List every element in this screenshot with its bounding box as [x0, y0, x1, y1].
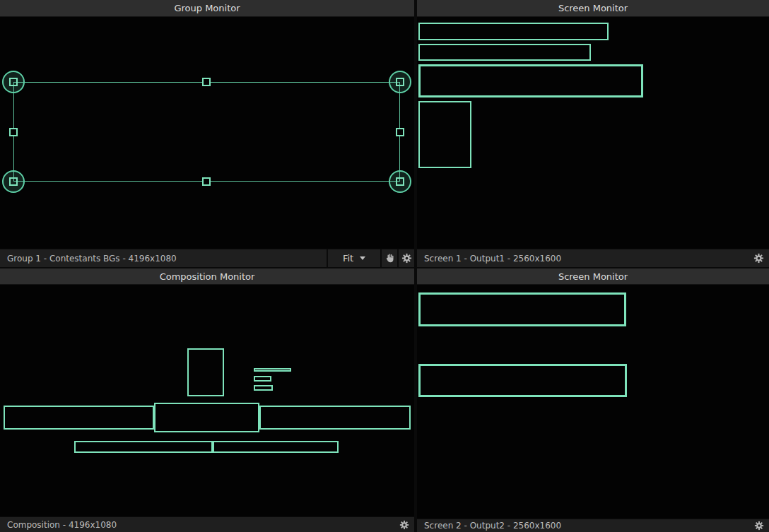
resize-handle-right[interactable]	[396, 128, 404, 136]
resize-handle-top-right[interactable]	[389, 71, 411, 93]
composition-region-bar-2[interactable]	[254, 376, 271, 382]
group-monitor-panel: Group Monitor Group 1 - Contestants BGs …	[0, 0, 414, 267]
composition-region-row-left[interactable]	[4, 406, 154, 430]
composition-monitor-statusbar: Composition - 4196x1080	[0, 516, 414, 532]
screen1-region-2[interactable]	[418, 44, 591, 61]
screen2-settings-button[interactable]	[749, 519, 769, 532]
screen2-monitor-title: Screen Monitor	[558, 271, 628, 282]
composition-region-row-right[interactable]	[259, 406, 411, 430]
resize-handle-bottom-right[interactable]	[389, 170, 411, 193]
composition-region-portrait[interactable]	[187, 348, 224, 396]
screen1-settings-button[interactable]	[749, 249, 769, 267]
composition-monitor-panel: Composition Monitor Composition - 4196x1…	[0, 268, 414, 532]
screen1-monitor-panel: Screen Monitor Screen 1 - Output1 - 2560…	[417, 0, 769, 267]
resize-handle-top[interactable]	[202, 78, 211, 86]
composition-region-row-center[interactable]	[154, 403, 259, 432]
resize-handle-square	[396, 78, 404, 86]
screen2-region-1[interactable]	[418, 292, 626, 326]
composition-monitor-canvas[interactable]	[0, 285, 414, 516]
group-monitor-canvas[interactable]	[0, 17, 414, 249]
group-monitor-titlebar: Group Monitor	[0, 0, 414, 17]
group-monitor-status-text: Group 1 - Contestants BGs - 4196x1080	[0, 249, 327, 267]
screen1-region-3[interactable]	[418, 64, 643, 97]
caret-down-icon	[360, 256, 365, 260]
resize-handle-left[interactable]	[9, 128, 18, 136]
gear-icon	[401, 253, 412, 264]
composition-region-bar-3[interactable]	[254, 385, 273, 391]
screen1-monitor-titlebar: Screen Monitor	[417, 0, 769, 17]
group-monitor-title: Group Monitor	[174, 3, 240, 13]
resize-handle-bottom-left[interactable]	[2, 170, 25, 193]
screen1-monitor-title: Screen Monitor	[558, 3, 628, 13]
selected-layer-region[interactable]	[13, 82, 400, 182]
resize-handle-bottom[interactable]	[202, 177, 211, 186]
screen2-monitor-status-text: Screen 2 - Output2 - 2560x1600	[417, 519, 749, 532]
composition-settings-button[interactable]	[394, 517, 414, 532]
hand-icon	[384, 253, 395, 264]
group-monitor-statusbar: Group 1 - Contestants BGs - 4196x1080 Fi…	[0, 249, 414, 267]
screen2-region-2[interactable]	[418, 364, 627, 397]
composition-monitor-title: Composition Monitor	[160, 271, 255, 282]
zoom-mode-label: Fit	[343, 253, 353, 264]
screen1-monitor-statusbar: Screen 1 - Output1 - 2560x1600	[417, 249, 769, 267]
composition-monitor-titlebar: Composition Monitor	[0, 268, 414, 285]
resize-handle-top-left[interactable]	[2, 71, 25, 93]
gear-icon	[399, 520, 409, 530]
screen2-monitor-panel: Screen Monitor Screen 2 - Output2 - 2560…	[417, 268, 769, 532]
zoom-mode-dropdown[interactable]: Fit	[327, 249, 380, 267]
composition-region-strip-left[interactable]	[74, 441, 213, 453]
pan-tool-button[interactable]	[380, 249, 397, 267]
gear-icon	[753, 253, 764, 264]
screen1-monitor-canvas[interactable]	[417, 17, 769, 249]
screen1-monitor-status-text: Screen 1 - Output1 - 2560x1600	[417, 249, 749, 267]
monitor-workspace: Group Monitor Group 1 - Contestants BGs …	[0, 0, 769, 532]
composition-region-bar-1[interactable]	[254, 368, 291, 372]
gear-icon	[754, 521, 764, 531]
composition-region-strip-right[interactable]	[213, 441, 339, 453]
resize-handle-square	[9, 177, 18, 186]
screen1-region-1[interactable]	[418, 23, 609, 40]
screen2-monitor-titlebar: Screen Monitor	[417, 268, 769, 285]
screen2-monitor-statusbar: Screen 2 - Output2 - 2560x1600	[417, 519, 769, 532]
group-monitor-settings-button[interactable]	[397, 249, 414, 267]
screen1-region-4[interactable]	[418, 101, 471, 168]
screen2-monitor-canvas[interactable]	[417, 285, 769, 519]
resize-handle-square	[9, 78, 18, 86]
resize-handle-square	[396, 177, 404, 186]
composition-monitor-status-text: Composition - 4196x1080	[0, 517, 394, 532]
